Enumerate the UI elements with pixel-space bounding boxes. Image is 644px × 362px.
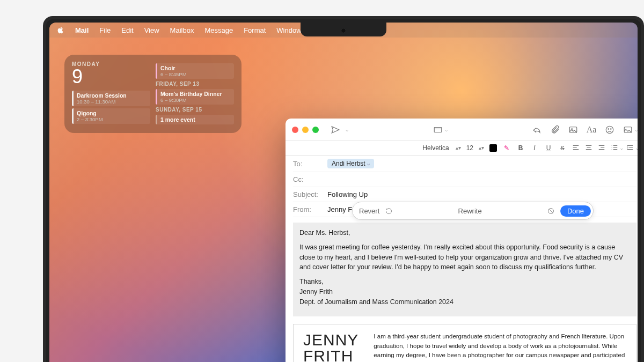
cc-row[interactable]: Cc: — [293, 172, 636, 187]
widget-day-label: MONDAY — [72, 61, 150, 67]
menubar-file[interactable]: File — [99, 26, 111, 34]
svg-point-4 — [608, 128, 609, 129]
attachment-preview[interactable]: JENNY FRITH I am a third-year student un… — [293, 324, 636, 362]
bold-button[interactable]: B — [516, 144, 525, 152]
menubar-mailbox[interactable]: Mailbox — [170, 26, 194, 34]
svg-rect-0 — [434, 127, 442, 132]
compose-body[interactable]: Dear Ms. Herbst, It was great meeting fo… — [286, 217, 638, 362]
revert-button[interactable]: Revert — [359, 207, 379, 215]
close-button[interactable] — [292, 127, 298, 133]
align-center-icon[interactable] — [585, 144, 592, 153]
format-bar: Helvetica ▴▾ 12 ▴▾ ✎ B I U S ⌵ ⌵ — [286, 141, 638, 156]
widget-event[interactable]: Choir 6 – 8:45PM — [156, 63, 234, 79]
message-text[interactable]: Dear Ms. Herbst, It was great meeting fo… — [293, 223, 636, 316]
svg-point-5 — [611, 128, 612, 129]
compose-window: ⌵ ⌵ Aa ⌵ Helvetica ▴▾ — [286, 119, 638, 362]
photo-icon[interactable] — [566, 123, 580, 137]
menubar-message[interactable]: Message — [204, 26, 233, 34]
attachment-name: JENNY FRITH — [303, 332, 358, 362]
widget-event[interactable]: Mom's Birthday Dinner 6 – 9:30PM — [156, 89, 234, 105]
done-button[interactable]: Done — [560, 205, 591, 217]
indent-icon[interactable] — [626, 144, 634, 153]
menubar-view[interactable]: View — [144, 26, 159, 34]
attach-icon[interactable] — [548, 123, 562, 137]
align-right-icon[interactable] — [598, 144, 605, 153]
desktop: Mail File Edit View Mailbox Message Form… — [49, 23, 638, 362]
size-stepper[interactable]: ▴▾ — [479, 146, 484, 150]
block-icon[interactable] — [546, 206, 556, 216]
rewrite-toolbar: Revert Rewrite Done — [352, 202, 594, 220]
strike-button[interactable]: S — [558, 145, 567, 151]
widget-event[interactable]: Qigong 2 – 3:30PM — [72, 108, 150, 124]
format-icon[interactable]: Aa — [584, 123, 598, 137]
header-fields-icon[interactable] — [431, 123, 445, 137]
to-row[interactable]: To: Andi Herbst⌵ — [293, 156, 636, 172]
font-size[interactable]: 12 — [466, 144, 473, 152]
laptop-frame: Mail File Edit View Mailbox Message Form… — [43, 16, 644, 362]
attachment-bio: I am a third-year student undergraduate … — [374, 332, 626, 362]
notch — [301, 23, 386, 36]
underline-button[interactable]: U — [544, 144, 553, 152]
rewrite-label: Rewrite — [398, 207, 542, 215]
widget-more-events[interactable]: 1 more event — [156, 115, 234, 124]
menubar-app[interactable]: Mail — [75, 26, 89, 34]
send-dropdown[interactable]: ⌵ — [346, 127, 348, 132]
menubar-window[interactable]: Window — [276, 26, 301, 34]
minimize-button[interactable] — [302, 127, 309, 133]
recipient-pill[interactable]: Andi Herbst⌵ — [327, 159, 374, 168]
widget-event[interactable]: Darkroom Session 10:30 – 11:30AM — [72, 91, 150, 106]
apple-icon[interactable] — [57, 26, 64, 34]
svg-point-3 — [606, 126, 613, 134]
font-stepper[interactable]: ▴▾ — [456, 146, 461, 150]
emoji-icon[interactable] — [603, 123, 617, 137]
calendar-widget[interactable]: MONDAY 9 Darkroom Session 10:30 – 11:30A… — [64, 55, 241, 133]
zoom-button[interactable] — [312, 127, 319, 133]
compose-toolbar: ⌵ ⌵ Aa ⌵ — [286, 119, 638, 141]
menubar-format[interactable]: Format — [244, 26, 266, 34]
media-browser-icon[interactable] — [621, 123, 635, 137]
list-icon[interactable] — [611, 144, 618, 153]
send-icon[interactable] — [328, 123, 342, 137]
widget-day-number: 9 — [72, 67, 150, 86]
subject-row[interactable]: Subject: Following Up — [293, 187, 636, 202]
revert-cycle-icon[interactable] — [384, 206, 393, 216]
media-dropdown[interactable]: ⌵ — [635, 127, 638, 132]
italic-button[interactable]: I — [530, 144, 539, 152]
align-left-icon[interactable] — [572, 144, 580, 153]
widget-day-header: FRIDAY, SEP 13 — [156, 81, 234, 87]
reply-icon[interactable] — [530, 123, 544, 137]
compose-headers: To: Andi Herbst⌵ Cc: Subject: Following … — [286, 156, 638, 217]
widget-day-header: SUNDAY, SEP 15 — [156, 107, 234, 113]
font-select[interactable]: Helvetica — [422, 144, 449, 152]
subject-value[interactable]: Following Up — [327, 190, 368, 198]
color-swatch[interactable] — [489, 144, 497, 152]
from-row[interactable]: From: Jenny Fri Revert Rewrite Done — [293, 202, 636, 217]
highlighter-icon[interactable]: ✎ — [502, 144, 511, 152]
menubar-edit[interactable]: Edit — [121, 26, 133, 34]
header-dropdown[interactable]: ⌵ — [445, 127, 448, 132]
chevron-down-icon[interactable]: ⌵ — [367, 161, 370, 166]
